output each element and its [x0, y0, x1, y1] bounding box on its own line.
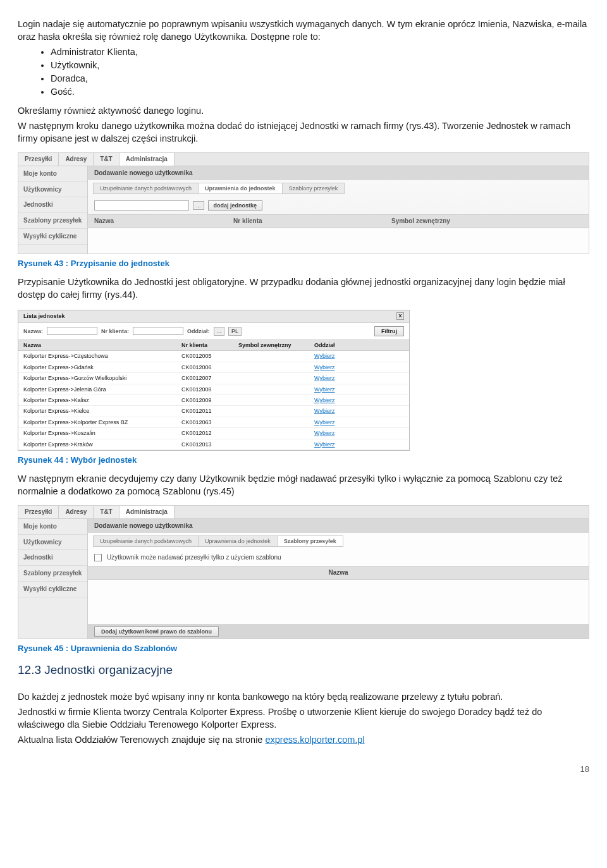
role-item: Doradca,	[51, 72, 589, 85]
page-header: Dodawanie nowego użytkownika	[88, 166, 589, 180]
country-pl-button[interactable]: PL	[228, 327, 242, 336]
tab-tt[interactable]: T&T	[94, 153, 119, 166]
step-templates[interactable]: Szablony przesyłek	[277, 535, 343, 547]
select-link[interactable]: Wybierz	[314, 352, 334, 360]
tab-adresy[interactable]: Adresy	[59, 506, 94, 518]
table-row: Kolporter Express->KielceCK0012011Wybier…	[18, 406, 409, 417]
filter-input-nazwa[interactable]	[47, 327, 97, 335]
role-item: Użytkownik,	[51, 59, 589, 71]
browse-button[interactable]: ...	[193, 201, 204, 210]
tab-adresy[interactable]: Adresy	[59, 153, 94, 166]
tab-administracja[interactable]: Administracja	[120, 153, 175, 166]
table-row: Kolporter Express->CzęstochowaCK0012005W…	[18, 351, 409, 362]
templates-table-body-empty	[88, 580, 589, 624]
filter-label-nrklienta: Nr klienta:	[101, 327, 129, 335]
role-item: Administrator Klienta,	[51, 46, 589, 58]
sidebar-item-wysylki[interactable]: Wysyłki cykliczne	[18, 582, 87, 597]
select-link[interactable]: Wybierz	[314, 396, 334, 404]
table-row: Kolporter Express->GdańskCK0012006Wybier…	[18, 362, 409, 373]
roles-list: Administrator Klienta, Użytkownik, Dorad…	[18, 46, 589, 98]
tab-administracja[interactable]: Administracja	[120, 506, 175, 518]
cell-symbol	[238, 364, 314, 371]
select-link[interactable]: Wybierz	[314, 429, 334, 437]
units-table-header: Nazwa Nr klienta Symbol zewnętrzny	[88, 214, 589, 228]
col-symbol: Symbol zewnętrzny	[391, 217, 450, 226]
unit-input[interactable]	[94, 200, 189, 211]
col-symbol: Symbol zewnętrzny	[238, 341, 314, 349]
sidebar-item-szablony[interactable]: Szablony przesyłek	[18, 566, 87, 582]
outro-p3-text: Aktualna lista Oddziałów Terenowych znaj…	[18, 735, 265, 745]
col-nazwa: Nazwa	[23, 341, 181, 349]
close-icon[interactable]: X	[396, 312, 404, 320]
step-unit-permissions[interactable]: Uprawnienia do jednostek	[198, 535, 278, 547]
table-row: Kolporter Express->Gorzów WielkopolskiCK…	[18, 373, 409, 384]
cell-symbol	[238, 352, 314, 360]
tab-przesylki[interactable]: Przesyłki	[18, 506, 59, 518]
cell-nr-klienta: CK0012012	[181, 429, 238, 437]
cell-nazwa: Kolporter Express->Częstochowa	[23, 352, 181, 360]
kolporter-link[interactable]: express.kolporter.com.pl	[265, 735, 364, 745]
tab-tt[interactable]: T&T	[94, 506, 119, 518]
mid-paragraph: Przypisanie Użytkownika do Jednostki jes…	[18, 276, 589, 301]
add-template-right-button[interactable]: Dodaj użytkownikowi prawo do szablonu	[94, 627, 219, 637]
mid2-paragraph: W następnym ekranie decydujemy czy dany …	[18, 472, 589, 498]
wizard-steps: Uzupełnianie danych podstawowych Uprawni…	[88, 180, 589, 197]
col-oddzial: Oddział	[314, 341, 359, 349]
select-link[interactable]: Wybierz	[314, 364, 334, 371]
cell-nazwa: Kolporter Express->Kielce	[23, 407, 181, 415]
cell-nr-klienta: CK0012007	[181, 374, 238, 382]
sidebar-item-moje-konto[interactable]: Moje konto	[18, 519, 87, 535]
intro-paragraph-2: Określamy również aktywność danego login…	[18, 104, 589, 117]
browse-oddzial-button[interactable]: ...	[214, 327, 225, 336]
sidebar-item-uzytkownicy[interactable]: Użytkownicy	[18, 535, 87, 551]
template-only-checkbox[interactable]	[94, 554, 102, 561]
page-header: Dodawanie nowego użytkownika	[88, 519, 589, 533]
select-link[interactable]: Wybierz	[314, 374, 334, 382]
sidebar-item-jednostki[interactable]: Jednostki	[18, 550, 87, 566]
tab-przesylki[interactable]: Przesyłki	[18, 153, 59, 166]
screenshot-templates-permissions: Przesyłki Adresy T&T Administracja Moje …	[18, 505, 589, 639]
table-row: Kolporter Express->Jelenia GóraCK0012008…	[18, 384, 409, 395]
sidebar-item-jednostki[interactable]: Jednostki	[18, 197, 87, 213]
add-unit-button[interactable]: dodaj jednostkę	[208, 200, 263, 211]
step-basic-data[interactable]: Uzupełnianie danych podstawowych	[93, 183, 199, 194]
intro-paragraph-3: W następnym kroku danego użytkownika moż…	[18, 119, 589, 145]
cell-nazwa: Kolporter Express->Jelenia Góra	[23, 386, 181, 393]
cell-symbol	[238, 374, 314, 382]
caption-45: Rysunek 45 : Uprawnienia do Szablonów	[18, 643, 589, 654]
cell-symbol	[238, 407, 314, 415]
role-item: Gość.	[51, 85, 589, 98]
select-link[interactable]: Wybierz	[314, 441, 334, 448]
cell-symbol	[238, 386, 314, 393]
step-basic-data[interactable]: Uzupełnianie danych podstawowych	[93, 535, 199, 547]
sidebar-item-wysylki[interactable]: Wysyłki cykliczne	[18, 229, 87, 245]
outro-p1: Do każdej z jednostek może być wpisany i…	[18, 690, 589, 703]
sidebar-item-uzytkownicy[interactable]: Użytkownicy	[18, 182, 87, 198]
cell-symbol	[238, 441, 314, 448]
cell-nazwa: Kolporter Express->Kraków	[23, 441, 181, 448]
step-unit-permissions[interactable]: Uprawnienia do jednostek	[198, 183, 283, 194]
cell-nr-klienta: CK0012063	[181, 419, 238, 426]
cell-nr-klienta: CK0012011	[181, 407, 238, 415]
caption-43: Rysunek 43 : Przypisanie do jednostek	[18, 258, 589, 269]
cell-symbol	[238, 419, 314, 426]
table-row: Kolporter Express->KaliszCK0012009Wybier…	[18, 395, 409, 406]
cell-nazwa: Kolporter Express->Kalisz	[23, 396, 181, 404]
sidebar-item-moje-konto[interactable]: Moje konto	[18, 166, 87, 182]
cell-symbol	[238, 396, 314, 404]
sidebar-item-szablony[interactable]: Szablony przesyłek	[18, 213, 87, 229]
cell-nazwa: Kolporter Express->Gorzów Wielkopolski	[23, 374, 181, 382]
filter-input-nrklienta[interactable]	[133, 327, 183, 335]
cell-nr-klienta: CK0012006	[181, 364, 238, 371]
col-nr-klienta: Nr klienta	[233, 217, 391, 226]
cell-nr-klienta: CK0012005	[181, 352, 238, 360]
select-link[interactable]: Wybierz	[314, 419, 334, 426]
step-templates[interactable]: Szablony przesyłek	[282, 183, 345, 194]
cell-nr-klienta: CK0012013	[181, 441, 238, 448]
filter-button[interactable]: Filtruj	[374, 326, 404, 336]
select-link[interactable]: Wybierz	[314, 407, 334, 415]
popup-title: Lista jednostek	[23, 312, 65, 320]
table-row: Kolporter Express->KoszalinCK0012012Wybi…	[18, 428, 409, 439]
select-link[interactable]: Wybierz	[314, 386, 334, 393]
section-heading-12-3: 12.3 Jednostki organizacyjne	[18, 662, 589, 678]
